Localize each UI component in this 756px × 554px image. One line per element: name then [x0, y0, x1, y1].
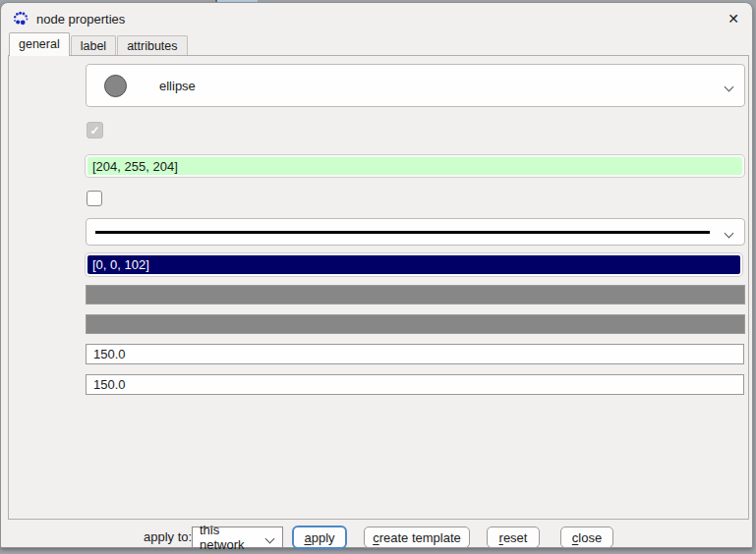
check-icon: ✓ [89, 124, 99, 138]
chevron-down-icon [726, 79, 732, 93]
close-icon[interactable]: ✕ [724, 9, 743, 28]
apply-to-dropdown[interactable]: this network [192, 526, 283, 548]
line-style-preview [95, 231, 710, 234]
window-title: node properties [36, 12, 125, 27]
height-input[interactable]: 150.0 [86, 374, 744, 395]
x-coordinate-field [86, 285, 745, 305]
title-bar: node properties ✕ [1, 3, 752, 32]
close-button[interactable]: close [560, 526, 613, 548]
height-value: 150.0 [93, 377, 126, 392]
node-properties-dialog: node properties ✕ general label attribut… [0, 2, 753, 548]
border-color-field[interactable]: [0, 0, 102] [86, 253, 742, 276]
tab-general[interactable]: general [9, 32, 70, 56]
shape-dropdown[interactable]: ellipse [86, 64, 745, 107]
reset-button[interactable]: reset [487, 526, 540, 548]
color-field[interactable]: [204, 255, 204] [86, 155, 744, 177]
tab-label[interactable]: label [71, 35, 116, 56]
footer-bar: apply to: this network apply create temp… [1, 525, 752, 549]
y-coordinate-field [86, 314, 745, 334]
create-template-button[interactable]: create template [364, 526, 470, 548]
chevron-down-icon [266, 530, 273, 545]
chevron-down-icon [726, 225, 732, 240]
app-icon [12, 10, 29, 28]
shape-preview-ellipse [104, 75, 127, 97]
apply-to-label: apply to: [144, 529, 192, 544]
width-value: 150.0 [93, 347, 126, 361]
tab-bar: general label attributes [9, 33, 189, 56]
auto-resize-checkbox: ✓ [87, 122, 103, 138]
apply-to-value: this network [200, 523, 266, 552]
color-value: [204, 255, 204] [92, 159, 178, 174]
width-input[interactable]: 150.0 [86, 344, 744, 364]
shape-value: ellipse [159, 79, 196, 93]
border-color-value: [0, 0, 102] [92, 257, 149, 272]
tab-attributes[interactable]: attributes [117, 35, 187, 56]
transparent-checkbox[interactable] [87, 191, 102, 206]
line-style-dropdown[interactable] [86, 218, 745, 246]
apply-button[interactable]: apply [292, 526, 347, 549]
